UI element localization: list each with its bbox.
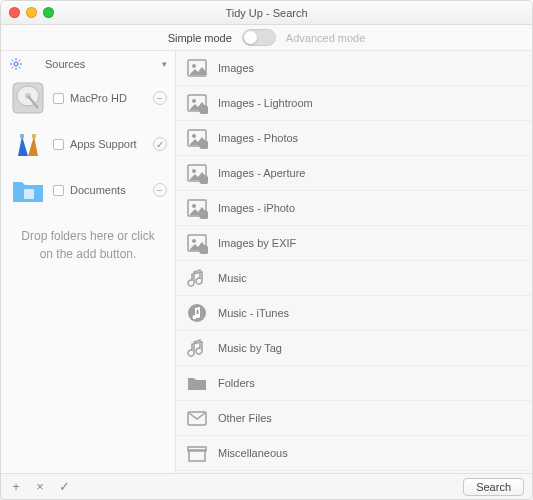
source-item-appssupport[interactable]: Apps Support ✓ (1, 121, 175, 167)
simple-mode-label[interactable]: Simple mode (168, 32, 232, 44)
hdd-icon (9, 79, 47, 117)
category-label: Images (218, 62, 254, 74)
chevron-down-icon[interactable]: ▾ (162, 59, 167, 69)
search-button[interactable]: Search (463, 478, 524, 496)
category-images[interactable]: Images (176, 51, 532, 86)
close-button[interactable] (9, 7, 20, 18)
category-music-tag[interactable]: Music by Tag (176, 331, 532, 366)
category-label: Images - Lightroom (218, 97, 313, 109)
category-label: Images - Photos (218, 132, 298, 144)
folder-icon (9, 171, 47, 209)
other-files-icon (186, 407, 208, 429)
expander-minus-icon[interactable]: − (153, 183, 167, 197)
folders-icon (186, 372, 208, 394)
mode-toggle[interactable] (242, 29, 276, 46)
misc-icon (186, 442, 208, 464)
category-label: Images - Aperture (218, 167, 305, 179)
category-miscellaneous[interactable]: Miscellaneous (176, 436, 532, 471)
images-exif-icon (186, 232, 208, 254)
minimize-button[interactable] (26, 7, 37, 18)
category-music-itunes[interactable]: Music - iTunes (176, 296, 532, 331)
category-folders[interactable]: Folders (176, 366, 532, 401)
category-label: Images by EXIF (218, 237, 296, 249)
source-checkbox[interactable] (53, 185, 64, 196)
category-images-photos[interactable]: Images - Photos (176, 121, 532, 156)
category-music[interactable]: Music (176, 261, 532, 296)
category-label: Music (218, 272, 247, 284)
sources-dropdown[interactable]: Sources (45, 58, 158, 70)
remove-button[interactable]: × (33, 480, 47, 494)
source-item-macprohd[interactable]: MacPro HD − (1, 75, 175, 121)
source-label: Apps Support (70, 138, 147, 150)
add-button[interactable]: + (9, 480, 23, 494)
category-images-iphoto[interactable]: Images - iPhoto (176, 191, 532, 226)
images-lightroom-icon (186, 92, 208, 114)
titlebar: Tidy Up - Search (1, 1, 532, 25)
category-other-files[interactable]: Other Files (176, 401, 532, 436)
category-images-lightroom[interactable]: Images - Lightroom (176, 86, 532, 121)
apptools-icon (9, 125, 47, 163)
itunes-icon (186, 302, 208, 324)
gear-icon[interactable] (9, 57, 23, 71)
source-label: MacPro HD (70, 92, 147, 104)
category-list[interactable]: Images Images - Lightroom Images - Photo… (176, 51, 532, 473)
mode-bar: Simple mode Advanced mode (1, 25, 532, 51)
category-label: Music by Tag (218, 342, 282, 354)
category-images-aperture[interactable]: Images - Aperture (176, 156, 532, 191)
images-icon (186, 57, 208, 79)
source-item-documents[interactable]: Documents − (1, 167, 175, 213)
window-title: Tidy Up - Search (1, 7, 532, 19)
sidebar: Sources ▾ MacPro HD − Apps Support ✓ (1, 51, 176, 473)
footer-toolbar: + × ✓ Search (1, 473, 532, 499)
music-icon (186, 267, 208, 289)
traffic-lights (9, 7, 54, 18)
expander-check-icon[interactable]: ✓ (153, 137, 167, 151)
images-iphoto-icon (186, 197, 208, 219)
source-checkbox[interactable] (53, 139, 64, 150)
zoom-button[interactable] (43, 7, 54, 18)
confirm-button[interactable]: ✓ (57, 480, 71, 494)
category-label: Other Files (218, 412, 272, 424)
category-label: Music - iTunes (218, 307, 289, 319)
music-tag-icon (186, 337, 208, 359)
source-checkbox[interactable] (53, 93, 64, 104)
drop-hint-text: Drop folders here or click on the add bu… (1, 213, 175, 277)
advanced-mode-label[interactable]: Advanced mode (286, 32, 366, 44)
expander-minus-icon[interactable]: − (153, 91, 167, 105)
sources-list: MacPro HD − Apps Support ✓ Documents − (1, 75, 175, 213)
category-label: Miscellaneous (218, 447, 288, 459)
app-window: Tidy Up - Search Simple mode Advanced mo… (0, 0, 533, 500)
category-label: Images - iPhoto (218, 202, 295, 214)
images-aperture-icon (186, 162, 208, 184)
category-images-exif[interactable]: Images by EXIF (176, 226, 532, 261)
category-label: Folders (218, 377, 255, 389)
images-photos-icon (186, 127, 208, 149)
source-label: Documents (70, 184, 147, 196)
